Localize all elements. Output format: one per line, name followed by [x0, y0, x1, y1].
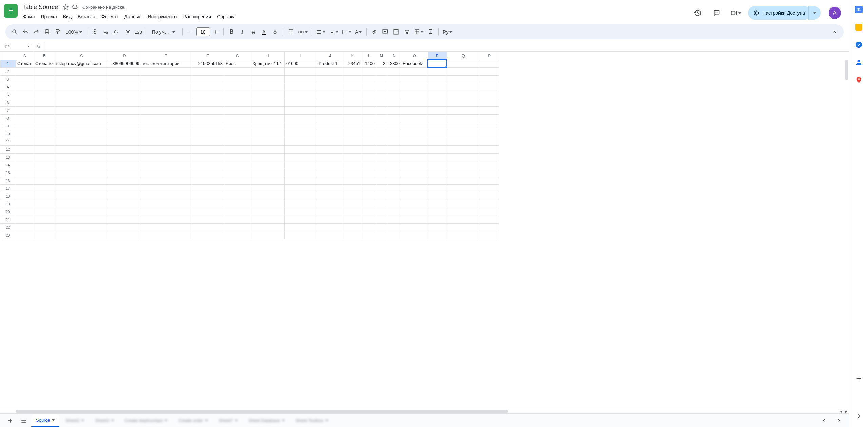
cell[interactable]	[480, 192, 499, 200]
calendar-icon[interactable]: 31	[855, 5, 863, 14]
cell[interactable]	[284, 231, 317, 239]
column-header[interactable]: I	[284, 52, 317, 60]
cell[interactable]	[401, 223, 428, 231]
cell[interactable]	[447, 161, 480, 169]
cell[interactable]	[343, 67, 362, 75]
cell[interactable]	[224, 138, 251, 145]
cell[interactable]	[251, 106, 284, 114]
cell[interactable]	[447, 130, 480, 138]
cell[interactable]	[141, 67, 191, 75]
column-header[interactable]: K	[343, 52, 362, 60]
cell[interactable]	[401, 145, 428, 153]
cell[interactable]	[447, 153, 480, 161]
cell[interactable]	[34, 122, 55, 130]
cell[interactable]	[191, 130, 224, 138]
row-header[interactable]: 2	[0, 67, 16, 75]
cell[interactable]	[16, 231, 34, 239]
cell[interactable]	[16, 161, 34, 169]
column-header[interactable]: P	[428, 52, 447, 60]
cell[interactable]	[34, 223, 55, 231]
cell[interactable]	[387, 153, 401, 161]
column-header[interactable]: R	[480, 52, 499, 60]
cell[interactable]	[480, 200, 499, 208]
cell[interactable]	[108, 99, 141, 106]
cell[interactable]	[191, 169, 224, 177]
cell[interactable]	[224, 75, 251, 83]
keep-icon[interactable]	[855, 23, 863, 31]
cell[interactable]	[141, 153, 191, 161]
cell[interactable]	[387, 231, 401, 239]
cell[interactable]: 2	[376, 60, 387, 67]
add-addon-icon[interactable]	[855, 374, 863, 382]
cell[interactable]	[16, 177, 34, 184]
history-icon[interactable]	[691, 6, 705, 20]
cell[interactable]	[251, 231, 284, 239]
cell[interactable]	[108, 161, 141, 169]
cell[interactable]: Product 1	[317, 60, 343, 67]
cell[interactable]	[191, 153, 224, 161]
cell[interactable]	[284, 114, 317, 122]
cell[interactable]	[55, 67, 108, 75]
print-icon[interactable]	[42, 27, 52, 37]
scroll-left-icon[interactable]: ◄	[838, 409, 844, 413]
cell[interactable]	[55, 208, 108, 216]
cell[interactable]	[141, 200, 191, 208]
row-header[interactable]: 22	[0, 223, 16, 231]
column-header[interactable]: O	[401, 52, 428, 60]
cell[interactable]	[362, 161, 376, 169]
cell[interactable]	[55, 223, 108, 231]
row-header[interactable]: 20	[0, 208, 16, 216]
cell[interactable]	[108, 114, 141, 122]
font-size-input[interactable]	[196, 27, 210, 36]
doc-title[interactable]: Table Source	[20, 3, 60, 12]
cell[interactable]	[317, 223, 343, 231]
cell[interactable]	[447, 177, 480, 184]
cell[interactable]	[480, 122, 499, 130]
cell[interactable]	[16, 145, 34, 153]
cell[interactable]	[362, 145, 376, 153]
row-header[interactable]: 19	[0, 200, 16, 208]
cell[interactable]	[428, 83, 447, 91]
name-box[interactable]: P1	[2, 42, 33, 51]
cell[interactable]	[141, 177, 191, 184]
row-header[interactable]: 11	[0, 138, 16, 145]
cell[interactable]	[251, 83, 284, 91]
cell[interactable]	[428, 99, 447, 106]
contacts-icon[interactable]	[855, 58, 863, 66]
cell[interactable]	[224, 200, 251, 208]
cell[interactable]	[34, 208, 55, 216]
cell[interactable]	[447, 67, 480, 75]
cell[interactable]	[55, 184, 108, 192]
cell[interactable]	[284, 161, 317, 169]
cell[interactable]	[343, 106, 362, 114]
cell[interactable]	[387, 192, 401, 200]
sheet-tab[interactable]: Create lead/contact	[120, 414, 173, 427]
cell[interactable]	[16, 184, 34, 192]
cell[interactable]: Степано	[34, 60, 55, 67]
cell[interactable]	[251, 130, 284, 138]
column-header[interactable]: J	[317, 52, 343, 60]
cell[interactable]	[428, 177, 447, 184]
font-size-value[interactable]	[197, 29, 210, 35]
cell[interactable]	[251, 177, 284, 184]
cell[interactable]	[387, 114, 401, 122]
cell[interactable]	[141, 216, 191, 223]
cell[interactable]	[191, 145, 224, 153]
cell[interactable]	[387, 75, 401, 83]
cell[interactable]: тест комментарий	[141, 60, 191, 67]
cell[interactable]	[362, 231, 376, 239]
cell[interactable]	[401, 216, 428, 223]
cell[interactable]	[34, 91, 55, 99]
cell[interactable]	[108, 169, 141, 177]
menu-extensions[interactable]: Расширения	[181, 13, 214, 21]
cell[interactable]	[317, 153, 343, 161]
cell[interactable]	[447, 83, 480, 91]
cell[interactable]	[480, 114, 499, 122]
cell[interactable]	[343, 177, 362, 184]
row-header[interactable]: 17	[0, 184, 16, 192]
cell[interactable]	[55, 130, 108, 138]
cell[interactable]	[34, 192, 55, 200]
cell[interactable]	[224, 145, 251, 153]
more-formats-icon[interactable]: 123	[133, 27, 143, 37]
cell[interactable]	[284, 106, 317, 114]
